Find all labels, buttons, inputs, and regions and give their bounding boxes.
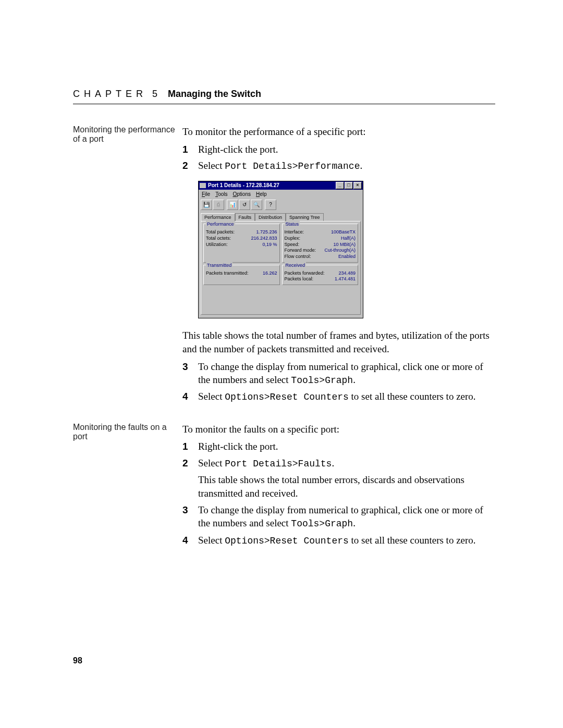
menu-help[interactable]: Help xyxy=(256,191,267,198)
chapter-title: Managing the Switch xyxy=(168,89,261,99)
section1-explanation: This table shows the total number of fra… xyxy=(182,329,495,355)
menu-options[interactable]: Options xyxy=(232,191,250,198)
save-icon[interactable]: 💾 xyxy=(201,200,212,210)
step-item: 1 Right-click the port. xyxy=(182,440,495,453)
app-icon xyxy=(200,183,206,188)
step-text: To change the display from numerical to … xyxy=(198,360,495,387)
help-icon[interactable]: ? xyxy=(265,200,276,210)
step-number: 2 xyxy=(182,159,198,172)
step-item: 4 Select Options>Reset Counters to set a… xyxy=(182,534,495,547)
margin-note-performance: Monitoring the performance of a port xyxy=(73,125,182,407)
step-number: 4 xyxy=(182,390,198,403)
maximize-button[interactable]: □ xyxy=(345,182,353,189)
page-number: 98 xyxy=(73,656,82,665)
step-number: 4 xyxy=(182,534,198,547)
step-item: 2 Select Port Details>Faults. This table… xyxy=(182,456,495,500)
tab-performance[interactable]: Performance xyxy=(201,213,235,221)
step-text: Select Port Details>Performance. xyxy=(198,159,495,172)
step-item: 2 Select Port Details>Performance. xyxy=(182,159,495,172)
step-item: 4 Select Options>Reset Counters to set a… xyxy=(182,390,495,403)
close-button[interactable]: × xyxy=(353,182,362,189)
step-text: Right-click the port. xyxy=(198,440,495,453)
legend-received: Received xyxy=(285,262,307,268)
fieldset-received: Received Packets forwarded:234.489 Packe… xyxy=(282,265,359,285)
tab-distribution[interactable]: Distribution xyxy=(255,213,286,221)
step-number: 3 xyxy=(182,503,198,530)
chapter-label: CHAPTER xyxy=(73,89,147,99)
step-text: To change the display from numerical to … xyxy=(198,503,495,530)
chapter-number: 5 xyxy=(152,89,157,99)
toolbar: 💾 ⎙ 📊 ↺ 🔍 ? xyxy=(199,199,363,211)
menu-file[interactable]: File xyxy=(202,191,210,198)
fieldset-performance: Performance Total packets:1.725.236 Tota… xyxy=(203,224,280,262)
print-icon[interactable]: ⎙ xyxy=(213,200,224,210)
tab-spanning-tree[interactable]: Spanning Tree xyxy=(286,213,324,221)
chapter-header: CHAPTER5 Managing the Switch xyxy=(73,89,495,104)
legend-transmitted: Transmitted xyxy=(206,262,232,268)
tab-content: Performance Total packets:1.725.236 Tota… xyxy=(201,221,361,315)
menu-tools[interactable]: Tools xyxy=(215,191,227,198)
tab-strip: Performance Faults Distribution Spanning… xyxy=(201,213,361,221)
step-item: 3 To change the display from numerical t… xyxy=(182,360,495,387)
title-bar: Port 1 Details - 172.28.184.27 _ □ × xyxy=(199,181,363,190)
step-item: 3 To change the display from numerical t… xyxy=(182,503,495,530)
reset-icon[interactable]: ↺ xyxy=(239,200,250,210)
step-number: 2 xyxy=(182,456,198,500)
minimize-button[interactable]: _ xyxy=(336,182,344,189)
step-number: 1 xyxy=(182,440,198,453)
step-number: 1 xyxy=(182,143,198,156)
window-title: Port 1 Details - 172.28.184.27 xyxy=(208,182,279,188)
section1-intro: To monitor the performance of a specific… xyxy=(182,125,495,139)
refresh-icon[interactable]: 🔍 xyxy=(251,200,262,210)
tab-faults[interactable]: Faults xyxy=(235,213,255,221)
port-details-window: Port 1 Details - 172.28.184.27 _ □ × Fil… xyxy=(198,181,363,319)
fieldset-status: Status Interface:100BaseTX Duplex:Half(A… xyxy=(282,224,359,262)
fieldset-transmitted: Transmitted Packets transmitted:16.262 xyxy=(203,265,280,285)
step-text: Right-click the port. xyxy=(198,143,495,156)
legend-performance: Performance xyxy=(206,221,235,227)
section2-intro: To monitor the faults on a specific port… xyxy=(182,423,495,436)
margin-note-faults: Monitoring the faults on a port xyxy=(73,423,182,550)
step-text: Select Port Details>Faults. This table s… xyxy=(198,456,495,500)
chart-icon[interactable]: 📊 xyxy=(227,200,238,210)
step-number: 3 xyxy=(182,360,198,387)
step-text: Select Options>Reset Counters to set all… xyxy=(198,390,495,403)
step-item: 1 Right-click the port. xyxy=(182,143,495,156)
legend-status: Status xyxy=(285,221,300,227)
menu-bar: File Tools Options Help xyxy=(199,190,363,199)
step-text: Select Options>Reset Counters to set all… xyxy=(198,534,495,547)
